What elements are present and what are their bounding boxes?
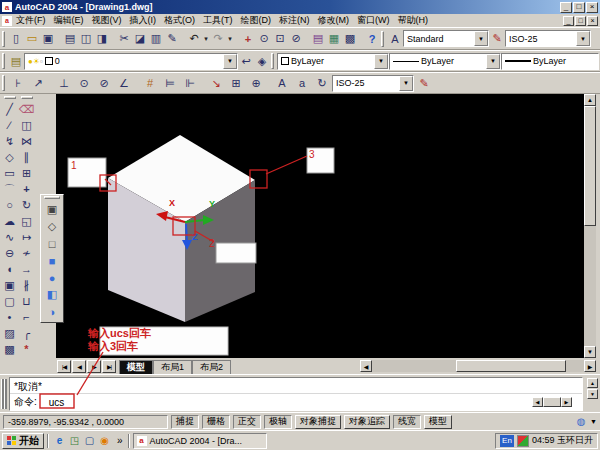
ie-icon[interactable]: e — [52, 433, 67, 448]
command-input-value[interactable]: ucs — [49, 397, 65, 408]
help-icon[interactable]: ? — [364, 31, 380, 46]
text-style-dropdown[interactable]: Standard ▼ — [403, 30, 489, 47]
spline-icon[interactable]: ∿ — [2, 229, 18, 245]
dropdown-arrow-icon[interactable]: ▼ — [474, 31, 488, 46]
polygon-icon[interactable]: ◇ — [2, 149, 18, 165]
zoom-realtime-icon[interactable]: ⊙ — [256, 31, 272, 46]
arc-icon[interactable]: ⌒ — [2, 181, 18, 197]
revision-cloud-icon[interactable]: ☁ — [2, 213, 18, 229]
menu-view[interactable]: 视图(V) — [88, 14, 126, 27]
last-tab-button[interactable]: ▶| — [102, 360, 116, 373]
save-icon[interactable]: ▣ — [40, 31, 56, 46]
region-icon[interactable]: ▩ — [2, 341, 18, 357]
command-input-line[interactable]: 命令: ucs — [10, 394, 582, 410]
layer-previous-icon[interactable]: ↩ — [238, 54, 254, 69]
undo-icon[interactable]: ↶ — [186, 31, 202, 46]
copy-object-icon[interactable]: ◫ — [19, 117, 35, 133]
scroll-down-icon[interactable]: ▼ — [584, 346, 596, 358]
toolbar-grip[interactable] — [21, 96, 33, 99]
communication-center-icon[interactable]: ◍ — [574, 415, 588, 428]
show-desktop-icon[interactable]: ▢ — [82, 433, 97, 448]
trim-icon[interactable]: ≁ — [19, 245, 35, 261]
tab-layout2[interactable]: 布局2 — [192, 360, 231, 374]
designcenter-icon[interactable]: ▦ — [326, 31, 342, 46]
dropdown-arrow-icon[interactable]: ▼ — [223, 54, 237, 69]
next-tab-button[interactable]: ▶ — [87, 360, 101, 373]
command-text-area[interactable]: *取消* 命令: ucs — [9, 377, 583, 411]
construction-line-icon[interactable]: ∕ — [2, 117, 18, 133]
ellipse-icon[interactable]: ⊖ — [2, 245, 18, 261]
2d-wireframe-icon[interactable]: ▣ — [44, 201, 60, 218]
command-window-grip[interactable] — [1, 379, 7, 409]
dimension-text-edit-icon[interactable]: a — [292, 76, 312, 91]
mdi-close-button[interactable]: × — [587, 16, 598, 26]
quick-launch-icon[interactable]: ◳ — [67, 433, 82, 448]
center-mark-icon[interactable]: ⊕ — [246, 76, 266, 91]
hidden-icon[interactable]: □ — [44, 235, 60, 252]
gouraud-shaded-edges-icon[interactable]: ◑ — [44, 303, 60, 320]
point-icon[interactable]: • — [2, 309, 18, 325]
break-at-point-icon[interactable]: ∦ — [19, 277, 35, 293]
polyline-icon[interactable]: ↯ — [2, 133, 18, 149]
command-scroll-right-icon[interactable]: ▶ — [561, 397, 572, 407]
dropdown-arrow-icon[interactable]: ▼ — [576, 31, 590, 46]
ordinate-dimension-icon[interactable]: ⊥ — [54, 76, 74, 91]
undo-options-arrow[interactable]: ▾ — [202, 31, 210, 46]
horizontal-scroll-thumb[interactable] — [456, 360, 566, 372]
pan-icon[interactable]: + — [240, 31, 256, 46]
print-preview-icon[interactable]: ◫ — [78, 31, 94, 46]
toolbar-grip[interactable] — [2, 31, 5, 47]
lineweight-toggle[interactable]: 线宽 — [393, 415, 421, 429]
dim-style-dropdown[interactable]: ISO-25 ▼ — [505, 30, 591, 47]
vertical-scrollbar[interactable]: ▲ ▼ — [584, 94, 596, 358]
radius-dimension-icon[interactable]: ⊙ — [74, 76, 94, 91]
command-scroll-up-icon[interactable]: ▲ — [587, 378, 598, 388]
ortho-toggle[interactable]: 正交 — [233, 415, 261, 429]
toolbar-grip[interactable] — [44, 196, 60, 199]
insert-block-icon[interactable]: ▣ — [2, 277, 18, 293]
snap-toggle[interactable]: 捕捉 — [171, 415, 199, 429]
chamfer-icon[interactable]: ⌐ — [19, 309, 35, 325]
menu-help[interactable]: 帮助(H) — [394, 14, 433, 27]
vertical-scroll-thumb[interactable] — [584, 106, 596, 226]
toolbar-grip[interactable] — [2, 53, 5, 69]
layer-freeze-sun-icon[interactable]: ☀ — [33, 57, 40, 66]
redo-icon[interactable]: ↷ — [210, 31, 226, 46]
diameter-dimension-icon[interactable]: ⊘ — [94, 76, 114, 91]
angular-dimension-icon[interactable]: ∠ — [114, 76, 134, 91]
continue-dimension-icon[interactable]: ⊩ — [180, 76, 200, 91]
scroll-left-icon[interactable]: ◀ — [360, 360, 372, 372]
toolbar-grip[interactable] — [4, 96, 16, 99]
otrack-toggle[interactable]: 对象追踪 — [344, 415, 390, 429]
aligned-dimension-icon[interactable]: ↗ — [28, 76, 48, 91]
dimension-style-dropdown[interactable]: ISO-25 ▼ — [332, 75, 414, 92]
linear-dimension-icon[interactable]: ⊦ — [8, 76, 28, 91]
dimension-update-icon[interactable]: ↻ — [312, 76, 332, 91]
menu-format[interactable]: 格式(O) — [160, 14, 199, 27]
menu-dimension[interactable]: 标注(N) — [275, 14, 314, 27]
circle-icon[interactable]: ○ — [2, 197, 18, 213]
dim-style-icon[interactable]: ✎ — [489, 31, 505, 46]
quick-dimension-icon[interactable]: # — [140, 76, 160, 91]
zoom-window-icon[interactable]: ⊡ — [272, 31, 288, 46]
command-scroll-thumb[interactable] — [543, 397, 561, 407]
ime-icon[interactable] — [517, 435, 529, 447]
rotate-icon[interactable]: ↻ — [19, 197, 35, 213]
lineweight-control-dropdown[interactable]: ByLayer — [501, 53, 599, 70]
osnap-toggle[interactable]: 对象捕捉 — [295, 415, 341, 429]
stretch-icon[interactable]: ↦ — [19, 229, 35, 245]
offset-icon[interactable]: ∥ — [19, 149, 35, 165]
media-player-icon[interactable]: ◉ — [97, 433, 112, 448]
autocad-task-button[interactable]: a AutoCAD 2004 - [Dra... — [133, 433, 267, 449]
publish-icon[interactable]: ◨ — [94, 31, 110, 46]
menu-edit[interactable]: 编辑(E) — [50, 14, 88, 27]
open-file-icon[interactable]: ▭ — [24, 31, 40, 46]
properties-icon[interactable]: ▤ — [310, 31, 326, 46]
mdi-restore-button[interactable]: □ — [575, 16, 586, 26]
redo-options-arrow[interactable]: ▾ — [226, 31, 234, 46]
restore-button[interactable]: □ — [573, 2, 585, 13]
menu-window[interactable]: 窗口(W) — [353, 14, 394, 27]
match-properties-icon[interactable]: ✎ — [164, 31, 180, 46]
gouraud-shaded-icon[interactable]: ● — [44, 269, 60, 286]
extend-icon[interactable]: → — [19, 261, 35, 277]
